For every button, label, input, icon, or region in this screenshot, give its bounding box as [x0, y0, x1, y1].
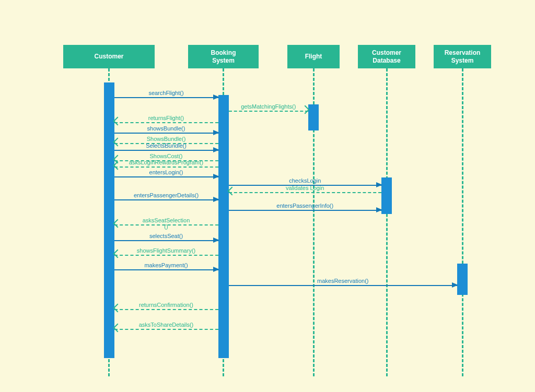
- message-label: asksToShareDetails(): [114, 322, 218, 328]
- message-label: entersPassengerInfo(): [229, 203, 382, 209]
- message-label: ShowsCost(): [114, 153, 218, 159]
- message-label: entersPassengerDetails(): [114, 192, 218, 198]
- activation-customer: [104, 82, 114, 358]
- participant-customer: Customer: [63, 45, 155, 68]
- message-label: asksSeatSelection(): [114, 217, 218, 230]
- message-label: returnsConfirmation(): [114, 302, 218, 308]
- message-label: returnsFlight(): [114, 115, 218, 121]
- message-label: showsBundle(): [114, 125, 218, 132]
- message-label: SelectsBundle(): [114, 142, 218, 149]
- lifeline-reservation: [462, 68, 463, 376]
- message-label: entersLogin(): [114, 169, 218, 175]
- message-label: makesPayment(): [114, 262, 218, 268]
- message-label: ShowsBundle(): [114, 136, 218, 142]
- message-label: makesReservation(): [229, 278, 458, 284]
- message-label: showsFlightSummary(): [114, 247, 218, 254]
- activation-custdb: [381, 177, 392, 214]
- participant-booking: BookingSystem: [188, 45, 259, 68]
- message-label: asksLoginRewardsProgram(): [114, 159, 218, 165]
- activation-booking: [218, 95, 229, 358]
- activation-flight: [308, 104, 319, 130]
- lifeline-custdb: [386, 68, 388, 376]
- message-label: getsMatchingFlights(): [229, 103, 309, 110]
- participant-reservation: ReservationSystem: [434, 45, 491, 68]
- message-label: searchFlight(): [114, 90, 218, 96]
- participant-custdb: CustomerDatabase: [358, 45, 415, 68]
- message-label: checksLogin: [229, 177, 382, 184]
- sequence-diagram-canvas: CustomerBookingSystemFlightCustomerDatab…: [0, 0, 535, 392]
- message-label: validates Login: [229, 185, 382, 191]
- message-label: selectsSeat(): [114, 233, 218, 239]
- participant-flight: Flight: [287, 45, 340, 68]
- activation-reservation: [457, 264, 468, 295]
